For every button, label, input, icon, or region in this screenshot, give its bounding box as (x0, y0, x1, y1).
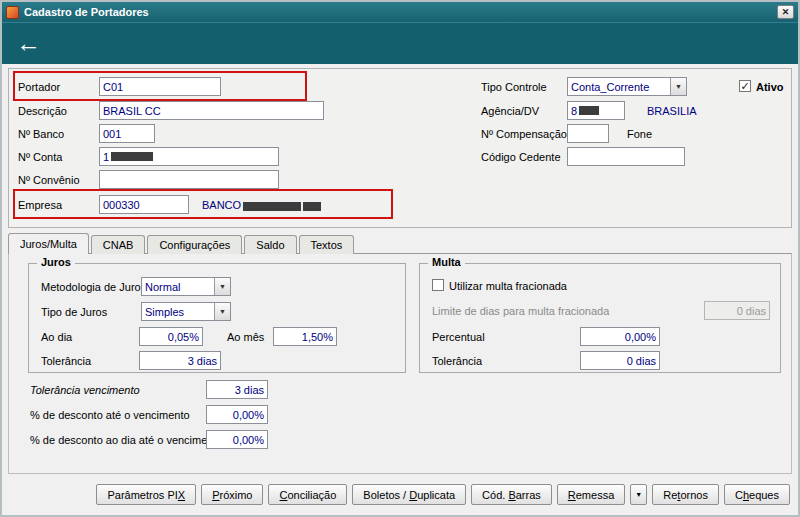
empresa-input[interactable]: 000330 (99, 195, 189, 214)
window-cadastro-portadores: Cadastro de Portadores ✕ ← Portador C01 … (0, 0, 800, 517)
portador-input[interactable]: C01 (99, 77, 221, 96)
button-remessa-dropdown-icon[interactable]: ▼ (630, 484, 647, 505)
juros-group-title: Juros (37, 256, 75, 268)
header-band: ← (2, 22, 798, 64)
tab-juros-multa[interactable]: Juros/Multa (8, 233, 89, 254)
convenio-label: Nº Convênio (18, 174, 80, 186)
ao-dia-input[interactable]: 0,05% (139, 327, 203, 346)
metodologia-select[interactable]: Normal ▼ (141, 277, 231, 296)
limite-dias-label: Limite de dias para multa fracionada (432, 305, 609, 317)
desconto-ao-dia-label: % de desconto ao dia até o vencimento (30, 434, 223, 446)
ao-mes-label: Ao mês (227, 331, 264, 343)
tolerancia-multa-label: Tolerância (432, 355, 482, 367)
ativo-label: Ativo (756, 81, 784, 93)
button-pr-ximo[interactable]: Próximo (201, 484, 263, 505)
metodologia-label: Metodologia de Juros (41, 281, 146, 293)
button-bar: Parâmetros PIXPróximoConciliaçãoBoletos … (8, 484, 790, 506)
tolerancia-juros-input[interactable]: 3 dias (139, 351, 221, 370)
desconto-ate-label: % de desconto até o vencimento (30, 409, 190, 421)
title-bar: Cadastro de Portadores ✕ (2, 2, 798, 22)
button-remessa[interactable]: Remessa (557, 484, 625, 505)
chevron-down-icon[interactable]: ▼ (214, 303, 230, 320)
tipo-controle-select[interactable]: Conta_Corrente ▼ (567, 77, 687, 96)
multa-fracionada-label: Utilizar multa fracionada (449, 280, 567, 292)
button-par-metros-pix[interactable]: Parâmetros PIX (96, 484, 196, 505)
percentual-input[interactable]: 0,00% (580, 327, 660, 346)
compensacao-input[interactable] (567, 124, 609, 143)
ao-mes-input[interactable]: 1,50% (273, 327, 337, 346)
multa-groupbox: Multa Utilizar multa fracionada Limite d… (419, 263, 781, 373)
app-icon (6, 6, 19, 19)
check-icon: ✓ (740, 80, 749, 92)
empresa-redaction (243, 202, 301, 211)
conta-redaction (111, 152, 153, 161)
ao-dia-label: Ao dia (41, 331, 72, 343)
chevron-down-icon[interactable]: ▼ (214, 278, 230, 295)
desconto-ate-input[interactable]: 0,00% (206, 405, 268, 424)
tolerancia-vencimento-input[interactable]: 3 dias (206, 380, 268, 399)
tab-cnab[interactable]: CNAB (91, 235, 146, 254)
multa-fracionada-checkbox[interactable] (432, 279, 444, 291)
juros-groupbox: Juros Metodologia de Juros Normal ▼ Tipo… (28, 263, 406, 373)
conta-input[interactable]: 1 (99, 147, 279, 166)
multa-group-title: Multa (428, 256, 465, 268)
compensacao-label: Nº Compensação (481, 128, 567, 140)
agencia-redaction (579, 106, 599, 115)
agencia-label: Agência/DV (481, 105, 539, 117)
cedente-label: Código Cedente (481, 151, 561, 163)
tipo-juros-select[interactable]: Simples ▼ (141, 302, 231, 321)
tab-saldo[interactable]: Saldo (244, 235, 296, 254)
agencia-city-label: BRASILIA (647, 105, 697, 117)
percentual-label: Percentual (432, 331, 485, 343)
tolerancia-vencimento-label: Tolerância vencimento (30, 384, 140, 396)
button-concilia-o[interactable]: Conciliação (268, 484, 347, 505)
button-cheques[interactable]: Cheques (724, 484, 790, 505)
empresa-bank-name: BANCO (202, 199, 321, 211)
tolerancia-juros-label: Tolerância (41, 355, 91, 367)
limite-dias-input: 0 dias (704, 301, 770, 320)
conta-label: Nº Conta (18, 151, 62, 163)
desconto-ao-dia-input[interactable]: 0,00% (206, 430, 268, 449)
tipo-juros-label: Tipo de Juros (41, 306, 107, 318)
tab-strip: Juros/MultaCNABConfiguraçõesSaldoTextos (8, 233, 356, 254)
cedente-input[interactable] (567, 147, 685, 166)
empresa-label: Empresa (18, 199, 62, 211)
button-retornos[interactable]: Retornos (652, 484, 719, 505)
window-title: Cadastro de Portadores (24, 6, 149, 18)
ativo-checkbox[interactable]: ✓ (739, 80, 751, 92)
empresa-redaction-2 (303, 202, 321, 211)
close-icon[interactable]: ✕ (777, 5, 794, 19)
descricao-label: Descrição (18, 105, 67, 117)
button-c-d-barras[interactable]: Cód. Barras (471, 484, 552, 505)
back-arrow-icon[interactable]: ← (16, 26, 41, 60)
tab-textos[interactable]: Textos (299, 235, 355, 254)
fone-label: Fone (627, 128, 652, 140)
button-boletos-duplicata[interactable]: Boletos / Duplicata (352, 484, 466, 505)
tab-configura-es[interactable]: Configurações (147, 235, 242, 254)
portador-label: Portador (18, 81, 60, 93)
descricao-input[interactable]: BRASIL CC (99, 101, 324, 120)
agencia-input[interactable]: 8 (567, 101, 625, 120)
tipo-controle-label: Tipo Controle (481, 81, 547, 93)
banco-label: Nº Banco (18, 128, 64, 140)
tolerancia-multa-input[interactable]: 0 dias (580, 351, 660, 370)
banco-input[interactable]: 001 (99, 124, 155, 143)
convenio-input[interactable] (99, 170, 279, 189)
chevron-down-icon[interactable]: ▼ (670, 78, 686, 95)
